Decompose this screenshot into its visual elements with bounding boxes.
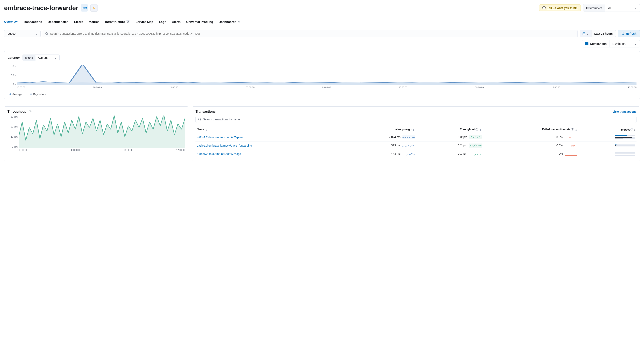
- page-header: embrace-trace-forwarder -GO 💬 Tell us wh…: [4, 0, 640, 14]
- legend-average[interactable]: Average: [10, 93, 22, 96]
- environment-label: Environment: [583, 4, 605, 12]
- feedback-link[interactable]: Tell us what you think!: [547, 6, 578, 10]
- col-throughput[interactable]: Throughput ? ▲▼: [416, 126, 483, 133]
- throughput-chart-body: [19, 116, 185, 148]
- col-latency[interactable]: Latency (avg.) ▲▼: [343, 126, 416, 133]
- tab-transactions[interactable]: Transactions: [23, 18, 42, 26]
- search-input[interactable]: [50, 32, 575, 35]
- nav-tabs: OverviewTransactionsDependenciesErrorsMe…: [4, 18, 640, 26]
- help-icon: ?: [571, 128, 574, 131]
- sort-icon: ▲▼: [480, 129, 482, 131]
- comparison-controls: ✓ Comparison Day before ⌄: [4, 40, 640, 48]
- header-right: 💬 Tell us what you think! Environment Al…: [539, 4, 640, 12]
- latency-panel: Latency Metric Average ⌄ 10 s5.0 s0 s 15…: [4, 51, 640, 99]
- transactions-panel: Transactions View transactions Search tr…: [192, 106, 640, 161]
- table-row: a-84eN2.data.emb-api.com/v2/spans2,024 m…: [196, 133, 636, 142]
- beta-badge: β: [126, 20, 130, 23]
- lower-panels: Throughput ? 30 tpm20 tpm10 tpm0 tpm 18:…: [4, 103, 640, 161]
- throughput-chart[interactable]: 30 tpm20 tpm10 tpm0 tpm 18:00:0000:00:00…: [8, 116, 185, 152]
- throughput-title: Throughput: [8, 110, 26, 114]
- tab-service-map[interactable]: Service Map: [136, 18, 153, 26]
- throughput-y-axis: 30 tpm20 tpm10 tpm0 tpm: [8, 116, 18, 148]
- transactions-table: Name ▲▼ Latency (avg.) ▲▼ Throughput ? ▲…: [196, 126, 636, 158]
- latency-chart[interactable]: 10 s5.0 s0 s 15:00:0018:00:0021:00:0000:…: [8, 65, 636, 90]
- metric-select[interactable]: Metric Average ⌄: [22, 54, 60, 61]
- transaction-link[interactable]: dash-api.embrace.io/mock/trace_forwardin…: [197, 144, 252, 147]
- opentelemetry-badge: [90, 4, 98, 12]
- cell-latency: 443 ms: [343, 150, 416, 158]
- latency-y-axis: 10 s5.0 s0 s: [8, 65, 16, 85]
- tab-dashboards[interactable]: Dashboards: [219, 18, 240, 26]
- latency-title: Latency: [8, 56, 20, 60]
- cell-impact: [578, 133, 636, 142]
- go-lang-badge: -GO: [81, 4, 88, 12]
- date-picker[interactable]: ⌄ Last 24 hours: [580, 30, 616, 37]
- help-icon: ?: [476, 128, 478, 131]
- tab-metrics[interactable]: Metrics: [89, 18, 100, 26]
- calendar-button[interactable]: ⌄: [580, 30, 592, 37]
- transaction-link[interactable]: a-84eN2.data.emb-api.com/v2/logs: [197, 152, 241, 156]
- svg-point-0: [46, 32, 48, 34]
- sort-desc-icon: ↓: [634, 128, 636, 131]
- transactions-search[interactable]: Search transactions by name: [196, 116, 636, 123]
- col-failed[interactable]: Failed transaction rate ? ▲▼: [483, 126, 578, 133]
- tab-overview[interactable]: Overview: [4, 18, 18, 26]
- transaction-type-select[interactable]: request ⌄: [4, 30, 40, 37]
- sort-icon: ▲▼: [413, 129, 415, 131]
- transactions-title: Transactions: [196, 110, 216, 114]
- chevron-down-icon: ⌄: [634, 42, 637, 46]
- environment-selector[interactable]: Environment All ⌄: [583, 4, 640, 12]
- cell-failed: 0%: [483, 150, 578, 158]
- cell-failed: 0.0%: [483, 142, 578, 150]
- comparison-select[interactable]: Day before ⌄: [610, 40, 640, 47]
- chevron-down-icon: ⌄: [54, 56, 57, 60]
- environment-value[interactable]: All ⌄: [605, 4, 640, 12]
- throughput-panel: Throughput ? 30 tpm20 tpm10 tpm0 tpm 18:…: [4, 106, 188, 161]
- transaction-link[interactable]: a-84eN2.data.emb-api.com/v2/spans: [197, 136, 243, 139]
- latency-legend: Average Day before: [10, 93, 636, 96]
- cell-failed: 0.0%: [483, 133, 578, 142]
- table-row: dash-api.embrace.io/mock/trace_forwardin…: [196, 142, 636, 150]
- latency-x-axis: 15:00:0018:00:0021:00:0000:00:0003:00:00…: [17, 86, 636, 88]
- comparison-checkbox[interactable]: ✓ Comparison: [582, 40, 610, 47]
- chevron-down-icon: ⌄: [586, 32, 589, 35]
- help-icon[interactable]: ?: [28, 110, 32, 113]
- latency-chart-body: [17, 65, 636, 85]
- date-range-value[interactable]: Last 24 hours: [592, 30, 616, 37]
- chevron-down-icon: ⌄: [36, 32, 38, 35]
- throughput-header: Throughput ?: [8, 110, 185, 114]
- cell-throughput: 5.2 tpm: [416, 142, 483, 150]
- header-left: embrace-trace-forwarder -GO: [4, 4, 98, 12]
- tab-errors[interactable]: Errors: [74, 18, 83, 26]
- metric-label: Metric: [23, 55, 35, 61]
- refresh-icon: [621, 32, 624, 35]
- comment-icon: 💬: [542, 6, 546, 10]
- sort-icon: ▲▼: [575, 129, 577, 131]
- col-impact[interactable]: Impact ? ↓: [578, 126, 636, 133]
- tab-universal-profiling[interactable]: Universal Profiling: [186, 18, 213, 26]
- tab-infrastructure[interactable]: Infrastructureβ: [105, 18, 130, 26]
- throughput-x-axis: 18:00:0000:00:0006:00:0012:00:00: [19, 149, 185, 151]
- svg-point-4: [198, 118, 200, 120]
- search-icon: [45, 32, 48, 35]
- cell-throughput: 0.1 tpm: [416, 150, 483, 158]
- svg-line-1: [48, 34, 48, 35]
- flask-icon: [238, 20, 240, 23]
- search-input-wrapper[interactable]: [42, 30, 578, 37]
- col-name[interactable]: Name ▲▼: [196, 126, 343, 133]
- tab-alerts[interactable]: Alerts: [172, 18, 181, 26]
- view-transactions-link[interactable]: View transactions: [612, 110, 636, 113]
- calendar-icon: [582, 32, 586, 35]
- legend-day-before[interactable]: Day before: [30, 93, 46, 96]
- table-row: a-84eN2.data.emb-api.com/v2/logs443 ms 0…: [196, 150, 636, 158]
- refresh-button[interactable]: Refresh: [618, 30, 640, 37]
- metric-value[interactable]: Average ⌄: [36, 55, 60, 61]
- transactions-header: Transactions View transactions: [196, 110, 636, 114]
- page-title: embrace-trace-forwarder: [4, 4, 78, 12]
- tab-logs[interactable]: Logs: [159, 18, 166, 26]
- checkbox-checked-icon: ✓: [585, 42, 588, 46]
- tab-dependencies[interactable]: Dependencies: [48, 18, 68, 26]
- dot-icon: [30, 94, 32, 95]
- cell-latency: 323 ms: [343, 142, 416, 150]
- feedback-banner[interactable]: 💬 Tell us what you think!: [539, 4, 581, 11]
